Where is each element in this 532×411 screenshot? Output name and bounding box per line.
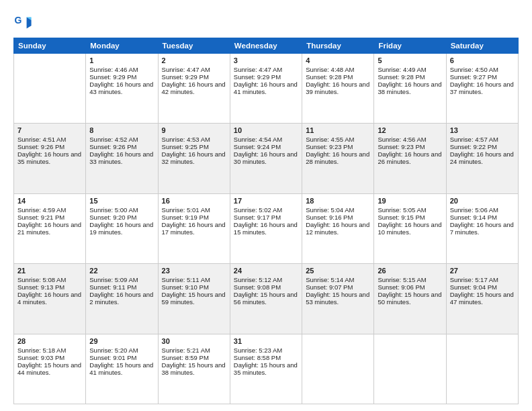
sunrise: Sunrise: 5:17 AM: [450, 276, 498, 283]
calendar-cell: 17Sunrise: 5:02 AMSunset: 9:17 PMDayligh…: [230, 193, 302, 263]
sunrise: Sunrise: 4:48 AM: [306, 66, 354, 73]
sunset: Sunset: 9:08 PM: [234, 283, 281, 291]
sunset: Sunset: 9:25 PM: [162, 143, 209, 150]
calendar-cell: 26Sunrise: 5:15 AMSunset: 9:06 PMDayligh…: [374, 264, 446, 334]
svg-text:G: G: [14, 15, 21, 26]
daylight: Daylight: 16 hours and 10 minutes.: [378, 221, 441, 236]
calendar-cell: 4Sunrise: 4:48 AMSunset: 9:28 PMDaylight…: [302, 54, 374, 124]
calendar-cell: 11Sunrise: 4:55 AMSunset: 9:23 PMDayligh…: [302, 124, 374, 193]
calendar-week: 1Sunrise: 4:46 AMSunset: 9:29 PMDaylight…: [14, 54, 519, 124]
calendar-page: G SundayMondayTuesdayWednesdayThursdayFr…: [0, 0, 532, 411]
sunset: Sunset: 9:28 PM: [378, 73, 425, 81]
sunset: Sunset: 9:22 PM: [450, 143, 497, 150]
daylight: Daylight: 15 hours and 47 minutes.: [450, 291, 514, 306]
calendar-cell: 31Sunrise: 5:23 AMSunset: 8:58 PMDayligh…: [230, 334, 302, 404]
sunset: Sunset: 9:06 PM: [378, 283, 425, 291]
sunset: Sunset: 9:07 PM: [306, 283, 353, 291]
sunrise: Sunrise: 5:09 AM: [89, 276, 138, 283]
sunrise: Sunrise: 4:59 AM: [17, 206, 66, 214]
sunrise: Sunrise: 4:54 AM: [234, 136, 282, 143]
sunset: Sunset: 9:15 PM: [378, 214, 425, 221]
sunrise: Sunrise: 4:47 AM: [234, 66, 282, 73]
sunset: Sunset: 9:19 PM: [162, 214, 209, 221]
sunrise: Sunrise: 5:15 AM: [378, 276, 426, 283]
calendar-week: 7Sunrise: 4:51 AMSunset: 9:26 PMDaylight…: [14, 124, 519, 193]
sunrise: Sunrise: 5:11 AM: [162, 276, 210, 283]
calendar-cell: 23Sunrise: 5:11 AMSunset: 9:10 PMDayligh…: [158, 264, 230, 334]
sunset: Sunset: 9:23 PM: [378, 143, 425, 150]
calendar-cell: 6Sunrise: 4:50 AMSunset: 9:27 PMDaylight…: [446, 54, 518, 124]
header-day: Monday: [86, 38, 158, 54]
calendar-cell: 3Sunrise: 4:47 AMSunset: 9:29 PMDaylight…: [230, 54, 302, 124]
daylight: Daylight: 16 hours and 15 minutes.: [234, 221, 298, 236]
sunrise: Sunrise: 5:18 AM: [17, 347, 66, 354]
sunrise: Sunrise: 4:50 AM: [450, 66, 498, 73]
day-number: 13: [450, 126, 515, 134]
day-number: 25: [306, 267, 370, 275]
day-number: 24: [234, 267, 298, 275]
calendar-week: 21Sunrise: 5:08 AMSunset: 9:13 PMDayligh…: [14, 264, 519, 334]
header-day: Thursday: [302, 38, 374, 54]
day-number: 23: [162, 267, 226, 275]
day-number: 6: [450, 56, 515, 64]
sunset: Sunset: 9:16 PM: [306, 214, 353, 221]
day-number: 4: [306, 56, 370, 64]
day-number: 15: [89, 197, 154, 205]
logo-icon: G: [13, 13, 32, 32]
header-row: SundayMondayTuesdayWednesdayThursdayFrid…: [14, 38, 519, 54]
calendar-cell: 29Sunrise: 5:20 AMSunset: 9:01 PMDayligh…: [86, 334, 158, 404]
daylight: Daylight: 15 hours and 56 minutes.: [234, 291, 298, 306]
day-number: 12: [378, 126, 442, 134]
daylight: Daylight: 16 hours and 32 minutes.: [162, 150, 226, 165]
day-number: 21: [17, 267, 82, 275]
sunset: Sunset: 9:29 PM: [89, 73, 136, 81]
sunrise: Sunrise: 4:56 AM: [378, 136, 426, 143]
day-number: 26: [378, 267, 442, 275]
daylight: Daylight: 16 hours and 42 minutes.: [162, 81, 226, 95]
calendar-cell: 15Sunrise: 5:00 AMSunset: 9:20 PMDayligh…: [86, 193, 158, 263]
calendar-table: SundayMondayTuesdayWednesdayThursdayFrid…: [13, 38, 519, 404]
day-number: 17: [234, 197, 298, 205]
calendar-cell: 16Sunrise: 5:01 AMSunset: 9:19 PMDayligh…: [158, 193, 230, 263]
sunset: Sunset: 9:03 PM: [17, 354, 64, 361]
calendar-cell: [374, 334, 446, 404]
daylight: Daylight: 16 hours and 12 minutes.: [306, 221, 369, 236]
calendar-cell: 13Sunrise: 4:57 AMSunset: 9:22 PMDayligh…: [446, 124, 518, 193]
sunset: Sunset: 8:58 PM: [234, 354, 281, 361]
sunset: Sunset: 9:11 PM: [89, 283, 136, 291]
sunset: Sunset: 9:29 PM: [234, 73, 281, 81]
calendar-cell: [302, 334, 374, 404]
daylight: Daylight: 16 hours and 39 minutes.: [306, 81, 369, 95]
day-number: 1: [89, 56, 154, 64]
sunset: Sunset: 9:28 PM: [306, 73, 353, 81]
sunset: Sunset: 9:13 PM: [17, 283, 64, 291]
day-number: 14: [17, 197, 82, 205]
sunrise: Sunrise: 4:55 AM: [306, 136, 354, 143]
calendar-cell: 27Sunrise: 5:17 AMSunset: 9:04 PMDayligh…: [446, 264, 518, 334]
day-number: 2: [162, 56, 226, 64]
sunrise: Sunrise: 5:08 AM: [17, 276, 66, 283]
daylight: Daylight: 16 hours and 24 minutes.: [450, 150, 514, 165]
daylight: Daylight: 15 hours and 59 minutes.: [162, 291, 226, 306]
day-number: 8: [89, 126, 154, 134]
sunset: Sunset: 9:14 PM: [450, 214, 497, 221]
daylight: Daylight: 16 hours and 7 minutes.: [450, 221, 514, 236]
day-number: 5: [378, 56, 442, 64]
sunrise: Sunrise: 4:52 AM: [89, 136, 138, 143]
logo: G: [13, 13, 35, 32]
sunrise: Sunrise: 5:05 AM: [378, 206, 426, 214]
daylight: Daylight: 16 hours and 21 minutes.: [17, 221, 81, 236]
daylight: Daylight: 15 hours and 50 minutes.: [378, 291, 441, 306]
sunrise: Sunrise: 5:06 AM: [450, 206, 498, 214]
daylight: Daylight: 15 hours and 53 minutes.: [306, 291, 369, 306]
sunset: Sunset: 9:29 PM: [162, 73, 209, 81]
calendar-cell: 19Sunrise: 5:05 AMSunset: 9:15 PMDayligh…: [374, 193, 446, 263]
sunrise: Sunrise: 5:23 AM: [234, 347, 282, 354]
sunrise: Sunrise: 4:46 AM: [89, 66, 138, 73]
sunset: Sunset: 9:23 PM: [306, 143, 353, 150]
sunrise: Sunrise: 5:14 AM: [306, 276, 354, 283]
daylight: Daylight: 16 hours and 28 minutes.: [306, 150, 369, 165]
day-number: 27: [450, 267, 515, 275]
daylight: Daylight: 16 hours and 4 minutes.: [17, 291, 81, 306]
day-number: 31: [234, 337, 298, 345]
